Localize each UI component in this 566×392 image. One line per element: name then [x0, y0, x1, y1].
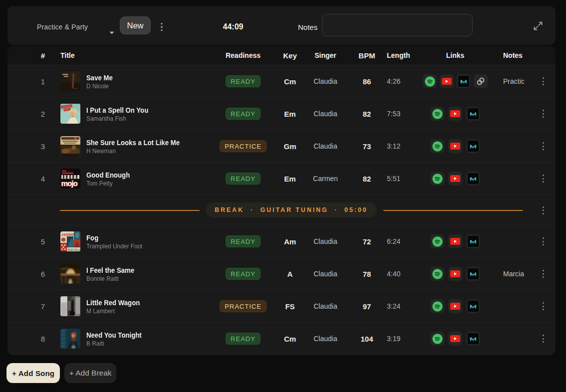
svg-text:THE BLUES: THE BLUES: [67, 248, 80, 251]
svg-text:mojo: mojo: [61, 179, 78, 188]
